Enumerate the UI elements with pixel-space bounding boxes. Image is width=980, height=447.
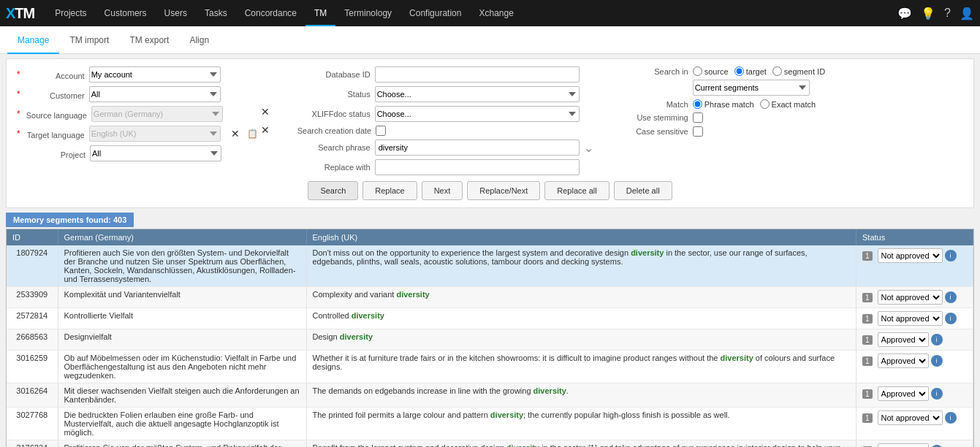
col-status: Status (856, 229, 973, 245)
info-button[interactable]: i (945, 291, 957, 303)
search-creation-date-checkbox[interactable] (376, 126, 386, 136)
chat-icon[interactable]: 💬 (897, 7, 912, 20)
cell-german: Komplexität und Variantenvielfalt (58, 287, 306, 308)
lightbulb-icon[interactable]: 💡 (921, 7, 935, 20)
nav-projects[interactable]: Projects (46, 0, 95, 26)
radio-segment-id-input[interactable] (772, 66, 782, 76)
target-lang-required: * (17, 129, 20, 139)
radio-phrase-match-input[interactable] (693, 99, 702, 109)
nav-concordance[interactable]: Concordance (236, 0, 305, 26)
app-logo: XTM (6, 5, 34, 22)
tab-align[interactable]: Align (179, 26, 219, 54)
nav-users[interactable]: Users (156, 0, 196, 26)
nav-tasks[interactable]: Tasks (196, 0, 236, 26)
search-phrase-expand-icon[interactable]: ⌄ (584, 141, 593, 155)
tab-tm-import[interactable]: TM import (59, 26, 119, 54)
source-language-select[interactable]: German (Germany) (91, 106, 223, 122)
use-stemming-row: Use stemming (601, 112, 825, 123)
case-sensitive-row: Case sensitive (601, 126, 825, 137)
col-german: German (Germany) (58, 229, 306, 245)
nav-configuration[interactable]: Configuration (400, 0, 470, 26)
next-button[interactable]: Next (422, 181, 463, 200)
status-select-row[interactable]: Not approved (878, 290, 943, 305)
status-select[interactable]: Choose... (375, 86, 580, 102)
cell-german: Ob auf Möbelmessen oder im Küchenstudio:… (58, 351, 306, 383)
search-in-label: Search in (601, 67, 688, 76)
info-button[interactable]: i (931, 355, 943, 367)
target-lang-clear-btn2[interactable]: ✕ (258, 123, 273, 137)
cell-german: Designvielfalt (58, 329, 306, 351)
database-id-row: Database ID (297, 66, 593, 83)
cell-status: 1Approvedi (856, 329, 973, 351)
status-select-row[interactable]: Not approved (878, 410, 943, 425)
target-lang-clear[interactable]: ✕ (228, 126, 243, 141)
col-english: English (UK) (306, 229, 856, 245)
use-stemming-label: Use stemming (601, 113, 688, 122)
tab-manage[interactable]: Manage (7, 26, 59, 54)
help-icon[interactable]: ? (944, 7, 951, 20)
cell-status: 1Approvedi (856, 440, 973, 448)
scope-select[interactable]: Current segments (693, 80, 810, 96)
replace-next-button[interactable]: Replace/Next (467, 181, 540, 200)
count-badge: 1 (862, 413, 873, 423)
database-id-input[interactable] (375, 66, 580, 83)
nav-terminology[interactable]: Terminology (335, 0, 400, 26)
search-phrase-input[interactable] (375, 140, 580, 156)
nav-xchange[interactable]: Xchange (470, 0, 522, 26)
table-row: 1807924Profitieren auch Sie von den größ… (7, 245, 973, 287)
status-select-row[interactable]: Approved (878, 332, 929, 347)
radio-exact-match[interactable]: Exact match (760, 99, 816, 109)
nav-tm[interactable]: TM (305, 0, 335, 26)
replace-with-input[interactable] (375, 159, 580, 175)
search-button[interactable]: Search (308, 181, 358, 200)
status-select-row[interactable]: Approved (878, 386, 929, 401)
xliff-select[interactable]: Choose... (375, 106, 580, 122)
table-row: 2668563DesignvielfaltDesign diversity1Ap… (7, 329, 973, 351)
radio-source[interactable]: source (693, 66, 729, 76)
use-stemming-checkbox[interactable] (693, 112, 703, 123)
info-button[interactable]: i (945, 250, 957, 261)
customer-select[interactable]: All (89, 86, 221, 102)
cell-status: 1Not approvedi (856, 245, 973, 287)
cell-german: Kontrollierte Vielfalt (58, 308, 306, 329)
tab-tm-export[interactable]: TM export (119, 26, 179, 54)
account-select[interactable]: My account (89, 66, 221, 83)
radio-target[interactable]: target (734, 66, 767, 76)
source-lang-clear-btn[interactable]: ✕ (258, 104, 273, 119)
nav-customers[interactable]: Customers (96, 0, 156, 26)
table-row: 3027768Die bedruckten Folien erlauben ei… (7, 408, 973, 440)
radio-exact-match-input[interactable] (760, 99, 770, 109)
cell-german: Mit dieser wachsenden Vielfalt steigen a… (58, 383, 306, 408)
project-select[interactable]: All (90, 145, 221, 161)
radio-phrase-match[interactable]: Phrase match (693, 99, 754, 109)
form-col3: Search in source target segment ID Curre… (593, 66, 825, 137)
replace-all-button[interactable]: Replace all (544, 181, 609, 200)
project-row: Project All (17, 145, 258, 161)
account-label: Account (26, 69, 85, 80)
status-cell-wrap: 1Approvedi (862, 443, 967, 447)
status-select-row[interactable]: Not approved (878, 248, 943, 263)
radio-segment-id[interactable]: segment ID (772, 66, 825, 76)
count-badge: 1 (862, 335, 873, 345)
delete-all-button[interactable]: Delete all (614, 181, 672, 200)
status-select-row[interactable]: Approved (878, 443, 929, 447)
info-button[interactable]: i (945, 313, 957, 324)
status-select-row[interactable]: Not approved (878, 311, 943, 326)
user-avatar[interactable]: 👤 (960, 7, 974, 20)
replace-button[interactable]: Replace (362, 181, 417, 200)
logo-x: X (6, 5, 15, 21)
radio-target-input[interactable] (734, 66, 744, 76)
info-button[interactable]: i (931, 388, 943, 400)
status-select-row[interactable]: Approved (878, 354, 929, 368)
info-button[interactable]: i (931, 334, 943, 345)
info-button[interactable]: i (945, 412, 957, 424)
status-cell-wrap: 1Not approvedi (862, 290, 967, 305)
target-language-label: Target language (26, 128, 85, 140)
status-cell-wrap: 1Approvedi (862, 386, 967, 401)
case-sensitive-checkbox[interactable] (693, 126, 703, 137)
replace-with-label: Replace with (297, 163, 371, 172)
highlight-word: diversity (506, 443, 539, 447)
target-lang-edit-icon[interactable]: 📋 (247, 129, 258, 139)
target-language-select[interactable]: English (UK) (89, 126, 221, 142)
radio-source-input[interactable] (693, 66, 702, 76)
